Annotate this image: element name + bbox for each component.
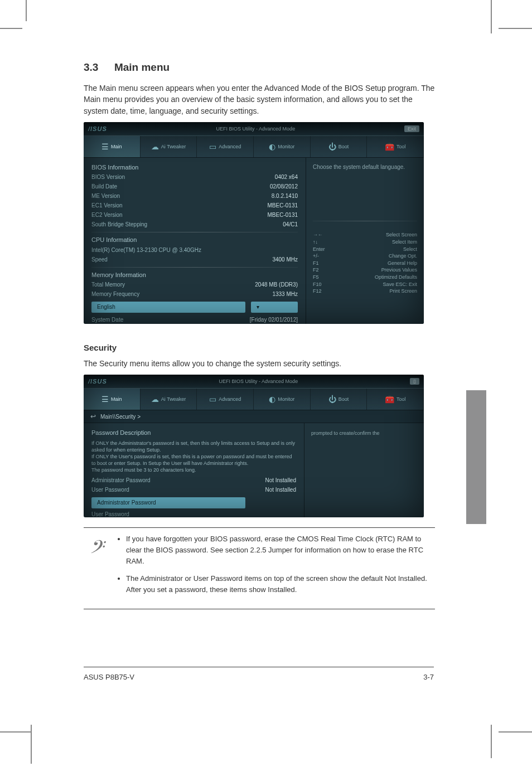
monitor-icon: ◐ — [269, 142, 275, 151]
side-hint: prompted to create/confirm the — [311, 430, 417, 437]
table-row: EC2 VersionMBEC-0131 — [91, 211, 298, 219]
system-language-field[interactable]: English ▾ — [91, 302, 298, 313]
tool-icon: 🧰 — [385, 395, 394, 404]
language-dropdown-arrow[interactable]: ▾ — [251, 302, 298, 313]
tab-ai-tweaker[interactable]: ☁Ai Tweaker — [141, 136, 197, 157]
bios-menubar: ☰Main ☁Ai Tweaker ▭Advanced ◐Monitor ⏻Bo… — [84, 135, 424, 158]
chip-icon: ▭ — [209, 395, 216, 404]
bios-screenshot-main: /ISUS UEFI BIOS Utility - Advanced Mode … — [84, 122, 424, 324]
table-row: ME Version8.0.2.1410 — [91, 192, 298, 200]
cpu-name: Intel(R) Core(TM) 13-2130 CPU @ 3.40GHz — [91, 246, 298, 254]
password-desc-title: Password Description — [91, 429, 296, 437]
cpu-info-title: CPU Information — [91, 236, 298, 244]
section-heading: 3.3 Main menu — [84, 61, 435, 74]
exit-button[interactable]: Exit — [404, 125, 419, 132]
back-icon[interactable]: ↩ — [90, 413, 96, 420]
tab-ai-tweaker[interactable]: ☁Ai Tweaker — [141, 389, 197, 410]
password-desc-lines: If ONLY the Administrator's password is … — [91, 440, 296, 474]
mem-info-title: Memory Information — [91, 271, 298, 279]
chapter-tab — [466, 390, 486, 524]
breadcrumb: Main\\Security > — [100, 414, 141, 420]
tool-icon: 🧰 — [385, 142, 394, 151]
table-row: BIOS Version0402 x64 — [91, 173, 298, 181]
side-hint: Choose the system default language. — [313, 163, 417, 171]
note-item: The Administrator or User Password items… — [126, 573, 435, 595]
tab-tool[interactable]: 🧰Tool — [367, 136, 424, 157]
list-icon: ☰ — [101, 395, 109, 404]
tab-main[interactable]: ☰Main — [84, 136, 141, 157]
bios-screenshot-security: /ISUS UEFI BIOS Utility - Advanced Mode … — [84, 375, 424, 517]
cloud-icon: ☁ — [151, 395, 159, 404]
tab-boot[interactable]: ⏻Boot — [311, 389, 367, 410]
brand-logo: /ISUS — [88, 378, 107, 385]
key-legend: →←Select Screen ↑↓Select Item EnterSelec… — [313, 231, 417, 294]
admin-password-select[interactable]: Administrator Password — [91, 497, 245, 508]
security-heading: Security — [84, 343, 435, 352]
brand-logo: /ISUS — [88, 125, 107, 132]
tab-boot[interactable]: ⏻Boot — [311, 136, 367, 157]
tab-tool[interactable]: 🧰Tool — [367, 389, 424, 410]
note-icon: 𝄢 — [84, 537, 108, 601]
table-row: Build Date02/08/2012 — [91, 183, 298, 191]
footer-left: ASUS P8B75-V — [84, 673, 134, 681]
tab-advanced[interactable]: ▭Advanced — [197, 389, 254, 410]
page-footer: ASUS P8B75-V 3-7 — [84, 667, 434, 681]
power-icon: ⏻ — [328, 142, 336, 151]
exit-button[interactable]: ▯ — [410, 378, 419, 385]
tab-monitor[interactable]: ◐Monitor — [254, 389, 311, 410]
language-dropdown[interactable]: English — [91, 302, 245, 313]
security-paragraph: The Security menu items allow you to cha… — [84, 358, 435, 369]
list-icon: ☰ — [101, 142, 109, 151]
admin-password-field[interactable]: Administrator Password — [91, 497, 296, 508]
table-row: South Bridge Stepping04/C1 — [91, 221, 298, 229]
table-row: EC1 VersionMBEC-0131 — [91, 202, 298, 210]
note-block: 𝄢 If you have forgotten your BIOS passwo… — [84, 527, 435, 601]
cloud-icon: ☁ — [151, 142, 159, 151]
monitor-icon: ◐ — [269, 395, 275, 404]
footer-right: 3-7 — [423, 673, 434, 681]
utility-title: UEFI BIOS Utility - Advanced Mode — [219, 379, 298, 384]
chip-icon: ▭ — [209, 142, 216, 151]
utility-title: UEFI BIOS Utility - Advanced Mode — [216, 126, 296, 132]
note-item: If you have forgotten your BIOS password… — [126, 534, 435, 567]
tab-main[interactable]: ☰Main — [84, 389, 141, 410]
bios-info-title: BIOS Information — [91, 163, 298, 172]
intro-paragraph: The Main menu screen appears when you en… — [84, 83, 435, 117]
tab-monitor[interactable]: ◐Monitor — [254, 136, 311, 157]
power-icon: ⏻ — [328, 395, 336, 404]
tab-advanced[interactable]: ▭Advanced — [197, 136, 254, 157]
section-title: Main menu — [114, 61, 170, 73]
section-number: 3.3 — [84, 61, 98, 73]
